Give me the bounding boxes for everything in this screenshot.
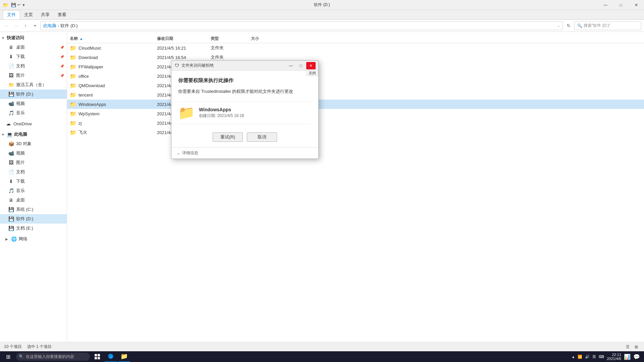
recent-locations-button[interactable]: ▾ [31,22,39,30]
sidebar-item-system-c[interactable]: 💾 系统 (C:) [0,205,67,214]
header-name[interactable]: 名称 ▲ [70,36,157,42]
cancel-button[interactable]: 取消 [247,132,277,142]
view-controls: ☰ ⊞ [624,343,640,351]
taskbar-keyboard-icon[interactable]: ⌨ [599,355,604,359]
software-d2-icon: 💾 [8,216,14,222]
taskbar-lang-label[interactable]: 英 [592,354,596,359]
sidebar-item-desktop[interactable]: 🖥 桌面 📌 [0,43,67,52]
table-row[interactable]: 📁 QMDownload 2021/4/5 16:11 文件夹 [67,81,644,90]
close-label: 关闭 [306,71,318,76]
quick-access-header[interactable]: ▼ 快速访问 [0,33,67,43]
address-bar[interactable]: 此电脑 › 软件 (D:) ⌄ [40,21,563,30]
search-placeholder: 搜索"软件 (D:)" [584,23,610,28]
tab-share[interactable]: 共享 [37,10,54,19]
taskbar-chart-icon[interactable]: 📊 [624,354,631,360]
sidebar-item-music[interactable]: 🎵 音乐 [0,186,67,195]
up-button[interactable]: ↑ [21,22,30,30]
table-row[interactable]: 📁 CloudMusic 2021/4/5 16:21 文件夹 [67,43,644,53]
desktop-icon: 🖥 [8,45,14,50]
folder-name-text: WindowsApps [199,107,244,112]
sidebar-item-music-quick[interactable]: 🎵 音乐 [0,108,67,118]
search-icon: 🔍 [577,23,582,28]
sidebar-item-downloads2[interactable]: ⬇ 下载 [0,177,67,186]
table-row[interactable]: 📁 office 2021/4/6 21:31 文件夹 [67,71,644,81]
taskbar-explorer[interactable]: 📁 [118,351,130,362]
table-row[interactable]: 📁 tencent 2021/4/5 16:20 文件夹 [67,90,644,100]
dialog-close-button[interactable]: ✕ [306,62,316,69]
table-row[interactable]: 📁 飞火 2021/4/5 16:56 文件夹 [67,128,644,137]
svg-rect-2 [95,357,97,359]
dropdown-icon[interactable]: ▼ [22,3,25,7]
sidebar-item-3d[interactable]: 📦 3D 对象 [0,139,67,148]
svg-rect-3 [98,357,100,359]
sidebar-item-downloads[interactable]: ⬇ 下载 📌 [0,52,67,61]
minimize-button[interactable]: — [598,0,613,10]
sidebar-item-pictures[interactable]: 🖼 图片 📌 [0,71,67,80]
sidebar-label-desktop: 桌面 [16,44,25,50]
dialog-footer[interactable]: ⌄ 详细信息 [171,147,318,159]
sidebar-item-videos[interactable]: 📹 视频 [0,148,67,158]
taskbar-network-icon[interactable]: 📶 [578,355,582,359]
header-date[interactable]: 修改日期 [157,36,211,42]
taskbar-search-icon: 🔍 [19,354,24,359]
dialog-minimize-button[interactable]: — [286,62,296,69]
table-row[interactable]: 📁 WindowsApps 2021/4/5 16:18 文件夹 [67,100,644,109]
taskbar-clock[interactable]: 22:11 2021/4/6 [607,353,621,361]
header-type[interactable]: 类型 [211,36,251,42]
taskbar-edge[interactable] [105,351,117,362]
taskbar-show-hidden-icon[interactable]: ▲ [572,355,575,359]
taskbar-search[interactable]: 🔍 在这里输入你要搜索的内容 [16,353,90,361]
header-size[interactable]: 大小 [251,36,284,42]
folder-icon: 📁 [70,92,76,98]
folder-icon: 📁 [70,101,76,108]
list-view-button[interactable]: ☰ [624,343,631,351]
refresh-button[interactable]: ↻ [564,21,573,30]
retry-button[interactable]: 重试(R) [213,132,243,142]
undo-icon[interactable]: ↩ [17,3,20,7]
this-pc-header[interactable]: ▼ 💻 此电脑 [0,130,67,139]
sidebar-item-onedrive[interactable]: ☁ OneDrive [0,119,67,128]
dialog-main-text: 你需要权限来执行此操作 [178,77,312,84]
tab-file[interactable]: 文件 [3,10,20,19]
dialog-maximize-button[interactable]: □ [296,62,306,69]
start-button[interactable]: ⊞ [1,351,15,362]
table-row[interactable]: 📁 Download 2021/4/5 16:54 文件夹 [67,53,644,62]
table-row[interactable]: 📁 FFWallpaper 2021/4/5 16:59 文件夹 [67,62,644,71]
back-button[interactable]: ← [3,22,11,30]
main-layout: ▼ 快速访问 🖥 桌面 📌 ⬇ 下载 📌 📄 文档 📌 🖼 图片 📌 📁 激活工… [0,32,644,344]
sidebar-item-videos-quick[interactable]: 📹 视频 [0,99,67,108]
sidebar-item-software-d2[interactable]: 💾 软件 (D:) [0,214,67,224]
search-bar[interactable]: 🔍 搜索"软件 (D:)" [574,21,641,30]
close-button[interactable]: ✕ [629,0,644,10]
this-pc-icon: 💻 [7,132,13,137]
taskbar-notification-icon[interactable]: 💬 [633,354,640,360]
table-row[interactable]: 📁 WpSystem 2021/4/5 22:23 文件夹 [67,109,644,118]
dialog-sub-text: 你需要来自 TrustedInstaller 的权限才能对此文件夹进行更改 [178,88,312,95]
sidebar-item-pictures2[interactable]: 🖼 图片 [0,158,67,167]
dialog-body: 你需要权限来执行此操作 你需要来自 TrustedInstaller 的权限才能… [171,71,318,147]
forward-button[interactable]: → [12,22,20,30]
sidebar-item-documents[interactable]: 📄 文档 📌 [0,61,67,71]
music-icon: 🎵 [8,188,14,193]
window-controls: — □ ✕ [598,0,644,10]
sidebar-item-desktop2[interactable]: 🖥 桌面 [0,195,67,205]
tab-home[interactable]: 主页 [20,10,37,19]
maximize-button[interactable]: □ [613,0,629,10]
sidebar-label-downloads: 下载 [16,54,25,60]
grid-view-button[interactable]: ⊞ [633,343,640,351]
sidebar-item-software-d[interactable]: 💾 软件 (D:) [0,89,67,99]
dialog-controls: — □ ✕ [286,62,316,69]
table-row[interactable]: 📁 zj 2021/4/5 16:18 文件夹 [67,118,644,128]
taskbar-task-view[interactable] [91,351,103,362]
clock-time: 22:11 [612,353,621,357]
sidebar-item-documents-e[interactable]: 💾 文档 (E:) [0,224,67,233]
sidebar-label-this-pc: 此电脑 [14,131,27,137]
sidebar-item-activation-tools[interactable]: 📁 激活工具（全） [0,80,67,89]
tab-view[interactable]: 查看 [54,10,70,19]
save-icon[interactable]: 💾 [11,3,16,7]
sidebar-item-documents2[interactable]: 📄 文档 [0,167,67,177]
taskbar-volume-icon[interactable]: 🔊 [585,355,590,359]
folder-icon: 📁 [70,45,76,51]
sidebar-item-network[interactable]: ▶ 🌐 网络 [0,234,67,244]
sidebar-label-software-d: 软件 (D:) [16,91,33,97]
